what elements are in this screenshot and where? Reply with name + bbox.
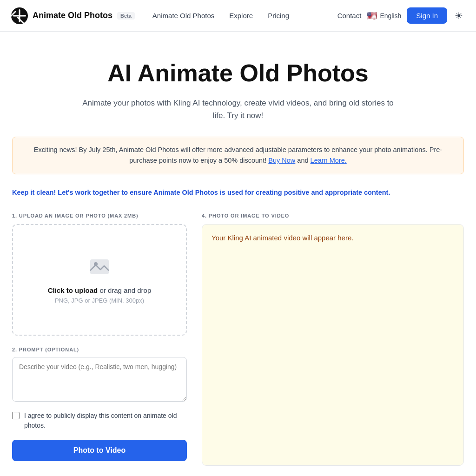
- nav-explore-link[interactable]: Explore: [223, 8, 259, 23]
- click-to-upload: Click to upload: [48, 286, 98, 294]
- nav-right: Contact 🇺🇸 English Sign In ☀: [337, 7, 465, 24]
- announcement-and: and: [297, 157, 308, 164]
- video-output-box: Your Kling AI animated video will appear…: [202, 224, 464, 466]
- checkbox-row: I agree to publicly display this content…: [12, 411, 187, 430]
- public-display-checkbox[interactable]: [12, 412, 20, 419]
- checkbox-label[interactable]: I agree to publicly display this content…: [24, 411, 187, 430]
- svg-rect-2: [13, 15, 26, 16]
- nav-links: Animate Old Photos Explore Pricing: [146, 8, 334, 23]
- main-content: AI Animate Old Photos Animate your photo…: [1, 32, 475, 476]
- flag-icon: 🇺🇸: [367, 11, 377, 21]
- upload-format: PNG, JPG or JPEG (MIN. 300px): [55, 297, 144, 304]
- beta-badge: Beta: [117, 12, 135, 20]
- language-selector[interactable]: 🇺🇸 English: [367, 11, 401, 21]
- nav-contact[interactable]: Contact: [337, 12, 362, 20]
- right-column: 4. PHOTO OR IMAGE TO VIDEO Your Kling AI…: [202, 213, 464, 466]
- upload-area[interactable]: Click to upload or drag and drop PNG, JP…: [12, 224, 187, 336]
- learn-more-link[interactable]: Learn More.: [311, 157, 347, 164]
- theme-toggle-button[interactable]: ☀: [453, 8, 465, 23]
- prompt-textarea[interactable]: [12, 357, 187, 402]
- announcement-text: Exciting news! By July 25th, Animate Old…: [34, 146, 442, 164]
- nav-animate-link[interactable]: Animate Old Photos: [146, 8, 221, 23]
- video-placeholder-text: Your Kling AI animated video will appear…: [212, 234, 353, 242]
- announcement-banner: Exciting news! By July 25th, Animate Old…: [12, 137, 464, 174]
- hero-title: AI Animate Old Photos: [12, 60, 464, 87]
- nav-pricing-link[interactable]: Pricing: [261, 8, 296, 23]
- upload-icon: [88, 256, 111, 280]
- sign-in-button[interactable]: Sign In: [407, 7, 447, 24]
- prompt-label: 2. PROMPT (OPTIONAL): [12, 347, 187, 352]
- svg-rect-5: [90, 259, 109, 274]
- output-label: 4. PHOTO OR IMAGE TO VIDEO: [202, 213, 464, 218]
- photo-to-video-button[interactable]: Photo to Video: [12, 440, 187, 461]
- left-column: 1. UPLOAD AN IMAGE OR PHOTO (MAX 2MB) Cl…: [12, 213, 187, 461]
- upload-text: Click to upload or drag and drop: [48, 286, 152, 294]
- logo-link[interactable]: Animate Old Photos Beta: [11, 7, 135, 24]
- drag-text: or drag and drop: [98, 286, 151, 294]
- logo-icon: [11, 7, 28, 24]
- language-label: English: [380, 12, 401, 20]
- hero-subtitle: Animate your photos with Kling AI techno…: [75, 97, 401, 122]
- navbar: Animate Old Photos Beta Animate Old Phot…: [0, 0, 476, 32]
- logo-text: Animate Old Photos: [33, 11, 112, 20]
- upload-label: 1. UPLOAD AN IMAGE OR PHOTO (MAX 2MB): [12, 213, 187, 218]
- clean-notice: Keep it clean! Let's work together to en…: [12, 187, 464, 198]
- buy-now-link[interactable]: Buy Now: [268, 157, 295, 164]
- two-col-layout: 1. UPLOAD AN IMAGE OR PHOTO (MAX 2MB) Cl…: [12, 213, 464, 466]
